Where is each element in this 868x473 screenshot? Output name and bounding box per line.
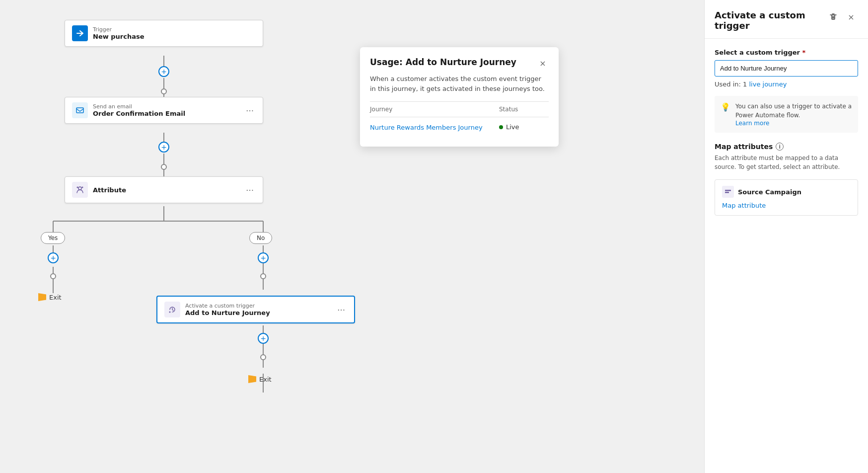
attribute-menu-btn[interactable]: ⋯ — [244, 183, 256, 197]
exit-bottom-node: Exit — [248, 375, 272, 383]
attribute-card-name: Source Campaign — [738, 188, 801, 196]
learn-more-link[interactable]: Learn more — [735, 120, 852, 127]
usage-table-row: Nurture Rewards Members Journey Live — [370, 117, 549, 137]
usage-popup: Usage: Add to Nurture Journey × When a c… — [360, 47, 559, 147]
info-box-content: You can also use a trigger to activate a… — [735, 102, 852, 127]
trigger-title: New purchase — [93, 33, 145, 40]
used-in-text: Used in: 1 live journey — [715, 80, 858, 88]
add-step-after-trigger-btn[interactable]: + — [258, 333, 269, 344]
panel-header: Activate a custom trigger × — [705, 0, 868, 39]
connector-circle-yes — [50, 273, 56, 279]
email-label: Send an email — [93, 103, 185, 110]
right-panel: Activate a custom trigger × Select a cus… — [704, 0, 868, 473]
svg-point-16 — [82, 187, 83, 188]
trigger-node[interactable]: Trigger New purchase — [65, 20, 263, 47]
custom-trigger-menu-btn[interactable]: ⋯ — [335, 303, 347, 316]
info-text: You can also use a trigger to activate a… — [735, 102, 852, 120]
usage-popup-title: Usage: Add to Nurture Journey — [370, 57, 537, 67]
map-attributes-title: Map attributes i — [715, 143, 858, 151]
custom-trigger-icon — [164, 302, 180, 317]
usage-popup-header: Usage: Add to Nurture Journey × — [370, 57, 549, 69]
panel-content: Select a custom trigger * Used in: 1 liv… — [705, 39, 868, 473]
usage-popup-description: When a customer activates the custom eve… — [370, 74, 549, 93]
email-text: Send an email Order Confirmation Email — [93, 103, 185, 117]
map-attribute-link[interactable]: Map attribute — [722, 202, 851, 209]
svg-point-15 — [78, 187, 81, 190]
branch-no-label: No — [249, 232, 272, 244]
trigger-field-label: Select a custom trigger * — [715, 49, 858, 56]
info-box: 💡 You can also use a trigger to activate… — [715, 96, 858, 133]
usage-journey-link[interactable]: Nurture Rewards Members Journey — [370, 124, 483, 131]
add-step-no-btn[interactable]: + — [258, 252, 269, 263]
usage-popup-close-btn[interactable]: × — [537, 57, 549, 69]
email-title: Order Confirmation Email — [93, 110, 185, 117]
custom-trigger-text: Activate a custom trigger Add to Nurture… — [185, 303, 270, 316]
exit-yes-node: Exit — [38, 293, 62, 301]
attribute-title: Attribute — [93, 186, 126, 194]
svg-point-18 — [169, 312, 171, 313]
connector-circle-no — [260, 273, 266, 279]
journey-canvas: Trigger New purchase + Send an email Ord… — [0, 0, 704, 473]
custom-trigger-title: Add to Nurture Journey — [185, 309, 270, 316]
attribute-icon — [72, 182, 88, 198]
trigger-icon — [72, 25, 88, 41]
svg-rect-22 — [725, 192, 729, 193]
add-step-btn-2[interactable]: + — [158, 142, 169, 153]
trigger-label: Trigger — [93, 26, 145, 33]
usage-status-cell: Live — [499, 123, 549, 131]
connector-circle-1 — [161, 88, 167, 94]
panel-close-btn[interactable]: × — [844, 10, 858, 24]
email-menu-btn[interactable]: ⋯ — [244, 104, 256, 117]
info-bulb-icon: 💡 — [721, 102, 730, 127]
map-attributes-info-icon[interactable]: i — [776, 143, 784, 151]
exit-bottom-label: Exit — [259, 376, 272, 383]
email-icon — [72, 102, 88, 118]
attribute-card: Source Campaign Map attribute — [715, 179, 858, 216]
attribute-card-icon — [722, 186, 734, 198]
exit-flag-bottom — [248, 375, 256, 383]
exit-yes-label: Exit — [49, 294, 62, 301]
usage-col-journey-header: Journey — [370, 106, 499, 113]
attribute-card-header: Source Campaign — [722, 186, 851, 198]
branch-yes-label: Yes — [41, 232, 65, 244]
trigger-text: Trigger New purchase — [93, 26, 145, 40]
used-in-link[interactable]: live journey — [749, 80, 787, 88]
usage-table: Journey Status Nurture Rewards Members J… — [370, 101, 549, 137]
connector-lines — [0, 0, 704, 473]
trigger-field-input[interactable] — [715, 60, 858, 77]
usage-col-status-header: Status — [499, 106, 549, 113]
connector-circle-after-trigger — [260, 354, 266, 360]
add-step-yes-btn[interactable]: + — [48, 252, 59, 263]
custom-trigger-node[interactable]: Activate a custom trigger Add to Nurture… — [156, 296, 355, 323]
panel-header-actions: × — [826, 10, 858, 24]
add-step-btn-1[interactable]: + — [158, 66, 169, 77]
usage-status-text: Live — [506, 123, 519, 131]
email-node[interactable]: Send an email Order Confirmation Email ⋯ — [65, 97, 263, 124]
usage-journey-cell[interactable]: Nurture Rewards Members Journey — [370, 122, 499, 132]
svg-rect-14 — [76, 108, 83, 113]
status-dot — [499, 125, 503, 129]
connector-circle-2 — [161, 164, 167, 170]
custom-trigger-label: Activate a custom trigger — [185, 303, 270, 309]
usage-table-header: Journey Status — [370, 102, 549, 117]
svg-point-17 — [77, 187, 78, 188]
svg-rect-21 — [725, 190, 731, 191]
attribute-text: Attribute — [93, 186, 126, 194]
panel-delete-btn[interactable] — [826, 10, 840, 24]
exit-flag-yes — [38, 293, 46, 301]
panel-title: Activate a custom trigger — [715, 10, 826, 31]
map-attributes-desc: Each attribute must be mapped to a data … — [715, 154, 858, 171]
attribute-node[interactable]: Attribute ⋯ — [65, 176, 263, 203]
